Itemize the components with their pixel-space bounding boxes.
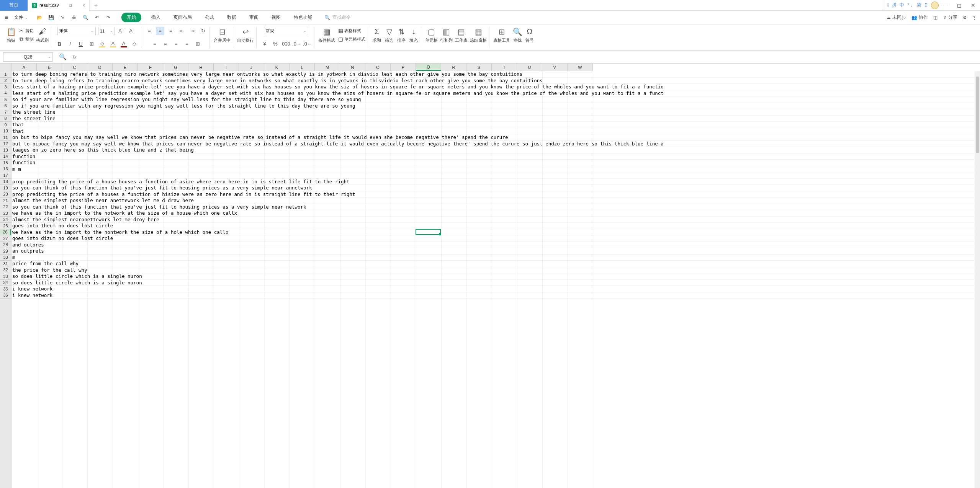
row-header-15[interactable]: 15 (0, 160, 11, 166)
cell-A30[interactable]: m (12, 255, 15, 261)
column-header-J[interactable]: J (239, 64, 264, 71)
symbol-button[interactable]: Ω符号 (525, 27, 535, 43)
tab-features[interactable]: 特色功能 (291, 13, 315, 22)
formula-input[interactable] (80, 53, 977, 61)
tab-popout-icon[interactable]: ⧉ (69, 3, 72, 8)
cell-A5[interactable]: so if your are familiar with line regres… (12, 96, 361, 103)
font-size-select[interactable]: 11⌄ (98, 27, 115, 35)
zoom-icon[interactable]: 🔍 (57, 53, 69, 60)
decrease-decimal-icon[interactable]: .0← (303, 40, 312, 48)
collapse-ribbon-icon[interactable]: ⌃ (972, 15, 976, 21)
sum-button[interactable]: Σ求和 (372, 27, 382, 43)
redo-icon[interactable]: ↷ (105, 14, 112, 21)
row-header-4[interactable]: 4 (0, 90, 11, 97)
hamburger-icon[interactable]: ≡ (3, 14, 10, 21)
coop-button[interactable]: 👥协作 (911, 14, 928, 21)
cell-A10[interactable]: that (12, 128, 24, 135)
bold-button[interactable]: B (55, 40, 64, 48)
row-header-7[interactable]: 7 (0, 109, 11, 116)
row-header-20[interactable]: 20 (0, 191, 11, 198)
select-all-corner[interactable] (0, 64, 11, 71)
border-button[interactable]: ⊞ (87, 40, 96, 48)
cell-A26[interactable]: we have as the in import to the nontwork… (12, 229, 228, 236)
row-header-2[interactable]: 2 (0, 78, 11, 84)
column-header-E[interactable]: E (113, 64, 138, 71)
align-right-icon[interactable]: ≡ (172, 40, 180, 48)
command-search[interactable]: 🔍 查找命令 (324, 14, 351, 21)
comma-icon[interactable]: 000 (282, 40, 290, 48)
cell-style-button[interactable]: ▢单元格样式 (337, 36, 365, 42)
row-header-10[interactable]: 10 (0, 128, 11, 135)
row-header-32[interactable]: 32 (0, 267, 11, 274)
align-left-icon[interactable]: ≡ (151, 40, 159, 48)
merge-button[interactable]: ⊟合并居中 (214, 27, 231, 43)
tab-insert[interactable]: 插入 (148, 13, 164, 22)
cell-A16[interactable]: m m (12, 166, 21, 173)
orientation-icon[interactable]: ↻ (199, 27, 207, 35)
row-header-35[interactable]: 35 (0, 286, 11, 292)
open-icon[interactable]: 📂 (36, 14, 43, 21)
cell-A36[interactable]: i knew network (12, 292, 52, 299)
number-format-select[interactable]: 常规⌄ (264, 27, 308, 35)
column-header-S[interactable]: S (466, 64, 492, 71)
cell-A8[interactable]: the street line (12, 116, 56, 122)
column-header-F[interactable]: F (138, 64, 163, 71)
cell-A15[interactable]: function (12, 160, 35, 166)
cell-A28[interactable]: and outpres (12, 242, 44, 248)
column-header-D[interactable]: D (87, 64, 113, 71)
cell-A27[interactable]: goes into dizum no does lost circle (12, 235, 113, 242)
row-col-button[interactable]: ▥行和列 (440, 27, 453, 43)
file-menu[interactable]: 文件 ⌄ (11, 14, 31, 21)
row-header-18[interactable]: 18 (0, 179, 11, 185)
row-header-29[interactable]: 29 (0, 248, 11, 255)
cond-fmt-button[interactable]: ▦条件格式 (318, 27, 335, 43)
cell-A6[interactable]: so if you are familiar with any regressi… (12, 103, 355, 109)
grow-font-icon[interactable]: A⁺ (117, 27, 126, 35)
cut-button[interactable]: ✂剪切 (18, 28, 34, 34)
cell-A25[interactable]: goes into theum no does lost circle (12, 223, 113, 229)
tab-view[interactable]: 视图 (268, 13, 284, 22)
column-header-G[interactable]: G (163, 64, 188, 71)
tools-button[interactable]: ⊞表格工具 (493, 27, 510, 43)
name-box[interactable]: Q26 ⌄ (3, 52, 53, 62)
column-header-P[interactable]: P (391, 64, 416, 71)
column-header-V[interactable]: V (542, 64, 568, 71)
tab-data[interactable]: 数据 (224, 13, 239, 22)
tab-layout[interactable]: 页面布局 (170, 13, 195, 22)
copy-button[interactable]: ⧉复制 (18, 36, 34, 42)
row-header-33[interactable]: 33 (0, 273, 11, 280)
cell-A13[interactable]: laages en zo zero here so this thick blu… (12, 147, 194, 153)
row-header-24[interactable]: 24 (0, 217, 11, 223)
cell-A19[interactable]: so you can think of this function that y… (12, 185, 312, 191)
scrollbar-thumb[interactable] (976, 77, 979, 153)
row-header-11[interactable]: 11 (0, 134, 11, 141)
cell-A7[interactable]: the street line (12, 109, 56, 116)
cell-A20[interactable]: prop predicting the price of a houses a … (12, 191, 355, 198)
cell-A32[interactable]: the price for the call why (12, 267, 87, 274)
cell-A12[interactable]: but to bipoac fancy you may say well we … (12, 141, 664, 147)
sheet-button[interactable]: ▤工作表 (455, 27, 468, 43)
row-header-13[interactable]: 13 (0, 147, 11, 153)
font-color-button[interactable]: A (119, 40, 128, 48)
cell-A2[interactable]: to turn deep loing refers to training ne… (12, 78, 543, 84)
column-header-W[interactable]: W (568, 64, 593, 71)
row-header-6[interactable]: 6 (0, 103, 11, 109)
column-header-U[interactable]: U (517, 64, 542, 71)
row-header-3[interactable]: 3 (0, 84, 11, 90)
row-header-19[interactable]: 19 (0, 185, 11, 191)
fill-handle[interactable] (439, 233, 441, 235)
cell-A21[interactable]: almost the simplest possible near anette… (12, 197, 194, 204)
cell-A29[interactable]: an outprets (12, 248, 44, 255)
column-header-Q[interactable]: Q (416, 64, 441, 71)
cell-A3[interactable]: less start of a hazing price prediction … (12, 84, 664, 90)
fill-color-button[interactable]: ◇ (98, 40, 106, 48)
indent-decrease-icon[interactable]: ⇤ (177, 27, 186, 35)
cell-A14[interactable]: function (12, 153, 35, 160)
clear-format-button[interactable]: ◇ (130, 40, 139, 48)
cell-A22[interactable]: so you can think of this function that y… (12, 204, 306, 211)
active-cell[interactable] (416, 229, 441, 235)
column-header-H[interactable]: H (188, 64, 214, 71)
percent-icon[interactable]: % (271, 40, 280, 48)
row-header-26[interactable]: 26 (0, 229, 11, 236)
cell-A24[interactable]: almost the simplest nearonettework let m… (12, 217, 159, 223)
